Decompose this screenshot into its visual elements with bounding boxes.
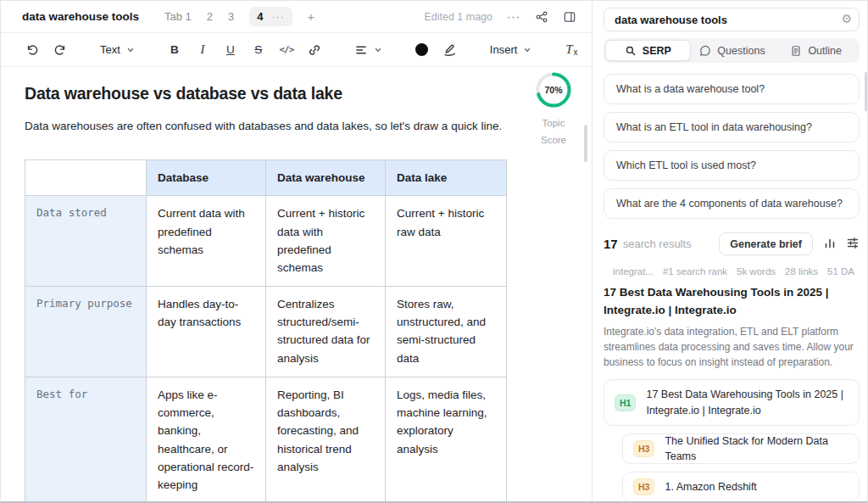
outline-heading-text: 17 Best Data Warehousing Tools in 2025 |…	[646, 387, 849, 419]
table-row: Data stored Current data with predefined…	[25, 196, 507, 286]
meta-links: 28 links	[785, 266, 818, 277]
page-title: Data warehouse vs database vs data lake	[25, 84, 568, 103]
meta-word-count: 5k words	[737, 266, 776, 277]
table-cell: Stores raw, unstructured, and semi-struc…	[386, 286, 507, 377]
bold-button[interactable]: B	[164, 39, 186, 61]
add-tab-button[interactable]: +	[308, 9, 315, 24]
redo-button[interactable]	[49, 39, 71, 61]
table-header-row: Database Data warehouse Data lake	[25, 160, 507, 196]
insert-label: Insert	[490, 43, 518, 56]
tab-serp[interactable]: SERP	[605, 40, 691, 61]
tab-3[interactable]: 3	[228, 10, 234, 23]
app-window: data warehouse tools Tab 1 2 3 4 ··· + E…	[0, 0, 868, 503]
row-label: Best for	[25, 377, 147, 503]
question-card[interactable]: What is a data warehouse tool?	[604, 74, 860, 104]
tab-questions-label: Questions	[717, 45, 765, 57]
search-icon	[625, 45, 637, 57]
tab-4-label: 4	[257, 10, 263, 23]
share-icon[interactable]	[535, 10, 548, 24]
highlight-icon[interactable]	[439, 39, 461, 61]
chevron-down-icon	[374, 46, 382, 54]
outline-heading-card[interactable]: H3 1. Amazon Redshift	[622, 472, 860, 502]
topic-score-label: Topic Score	[529, 115, 578, 148]
question-text: What is a data warehouse tool?	[616, 83, 765, 95]
speech-bubble-icon	[699, 45, 711, 57]
sidebar-tab-bar: SERP Questions Outline	[604, 38, 860, 63]
chevron-down-icon	[126, 46, 135, 54]
query-search-box: ⚙	[604, 8, 860, 31]
text-style-dropdown[interactable]: Text	[95, 39, 140, 61]
clear-formatting-x: x	[574, 48, 578, 57]
document-header: data warehouse tools Tab 1 2 3 4 ··· + E…	[1, 1, 592, 33]
search-input[interactable]	[604, 8, 860, 31]
topic-score-ring: 70%	[534, 70, 573, 109]
h3-badge: H3	[633, 440, 654, 457]
gear-icon[interactable]: ⚙	[841, 13, 852, 25]
outline-heading-card[interactable]: H1 17 Best Data Warehousing Tools in 202…	[604, 379, 860, 427]
comparison-table: Database Data warehouse Data lake Data s…	[25, 159, 507, 503]
h3-badge: H3	[633, 478, 654, 495]
outline-heading-text: The Unified Stack for Modern Data Teams	[665, 433, 849, 466]
column-header-data-warehouse: Data warehouse	[266, 160, 386, 196]
code-button[interactable]: </>	[275, 39, 298, 61]
edited-status: Edited 1 mago	[424, 11, 492, 23]
question-text: Which ETL tool is used most?	[616, 159, 756, 171]
tab-4-active[interactable]: 4 ···	[249, 7, 292, 26]
tab-bar: Tab 1 2 3 4 ··· +	[164, 7, 314, 26]
table-cell: Handles day-to-day transactions	[147, 286, 266, 377]
table-cell: Apps like e-commerce, banking, healthcar…	[147, 377, 266, 503]
insert-dropdown[interactable]: Insert	[485, 39, 537, 61]
question-card[interactable]: What is an ETL tool in data warehousing?	[604, 112, 860, 143]
underline-button[interactable]: U	[220, 39, 242, 61]
align-left-icon	[354, 43, 368, 57]
generate-brief-button[interactable]: Generate brief	[719, 232, 813, 255]
tab-outline-label: Outline	[808, 45, 842, 57]
panel-toggle-icon[interactable]	[563, 10, 576, 24]
sidebar-scrollbar[interactable]	[865, 72, 868, 111]
question-card[interactable]: Which ETL tool is used most?	[604, 150, 860, 181]
tab-more-icon[interactable]: ···	[272, 11, 285, 23]
clear-formatting-t: T	[565, 42, 572, 57]
research-sidebar: ⚙ SERP Questions Outline	[593, 1, 868, 501]
formatting-toolbar: Text B I U S </>	[1, 33, 592, 67]
editor-scrollbar[interactable]	[584, 125, 587, 162]
filter-sliders-icon[interactable]	[846, 236, 860, 253]
meta-domain-authority: 51 DA	[827, 266, 854, 277]
editor-pane: data warehouse tools Tab 1 2 3 4 ··· + E…	[1, 1, 593, 501]
document-canvas[interactable]: Data warehouse vs database vs data lake …	[1, 67, 592, 503]
outline-heading-text: 1. Amazon Redshift	[665, 479, 756, 495]
undo-button[interactable]	[21, 39, 43, 61]
row-label: Data stored	[25, 196, 147, 286]
tab-2[interactable]: 2	[207, 10, 213, 23]
results-count: 17	[604, 237, 618, 251]
topic-score-widget: 70% Topic Score	[529, 70, 578, 148]
tab-outline[interactable]: Outline	[774, 40, 858, 61]
intro-paragraph: Data warehouses are often confused with …	[25, 120, 520, 132]
tab-serp-label: SERP	[643, 45, 671, 57]
clear-formatting-button[interactable]: Tx	[560, 39, 582, 61]
question-text: What are the 4 components of data wareho…	[616, 198, 843, 210]
header-actions: Edited 1 mago ···	[424, 10, 576, 24]
outline-heading-card[interactable]: H3 The Unified Stack for Modern Data Tea…	[622, 433, 860, 464]
strikethrough-button[interactable]: S	[248, 39, 270, 61]
more-options-icon[interactable]: ···	[507, 10, 520, 23]
table-cell: Centralizes structured/semi-structured d…	[266, 286, 386, 377]
tab-questions[interactable]: Questions	[691, 40, 775, 61]
table-cell: Current + historic raw data	[386, 196, 507, 286]
results-header: 17 search results Generate brief	[604, 232, 860, 255]
table-corner-cell	[25, 160, 147, 196]
document-outline-icon	[790, 45, 802, 57]
meta-search-rank: #1 search rank	[663, 266, 727, 277]
question-text: What is an ETL tool in data warehousing?	[616, 121, 812, 133]
link-icon[interactable]	[303, 39, 326, 61]
bar-chart-icon[interactable]	[823, 236, 837, 253]
italic-button[interactable]: I	[192, 39, 214, 61]
result-title[interactable]: 17 Best Data Warehousing Tools in 2025 |…	[604, 284, 860, 320]
h1-badge: H1	[615, 394, 636, 411]
alignment-dropdown[interactable]	[349, 39, 387, 61]
tab-1[interactable]: Tab 1	[164, 10, 192, 23]
meta-domain: integrat...	[613, 266, 654, 277]
question-card[interactable]: What are the 4 components of data wareho…	[604, 188, 860, 219]
text-color-button[interactable]	[411, 39, 433, 61]
results-count-label: search results	[623, 238, 692, 250]
